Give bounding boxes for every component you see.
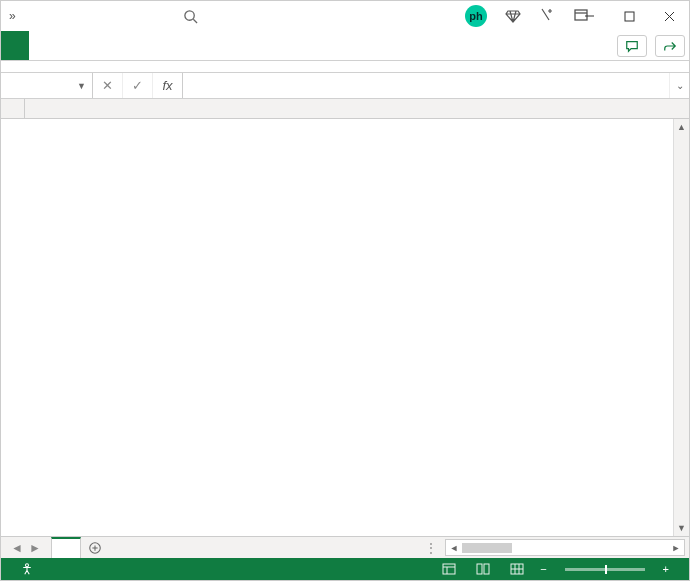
- svg-line-1: [193, 19, 197, 23]
- scroll-up-icon[interactable]: ▲: [674, 119, 689, 135]
- view-normal-icon[interactable]: [438, 561, 460, 577]
- scroll-right-icon[interactable]: ►: [668, 543, 684, 553]
- add-sheet-button[interactable]: [81, 537, 109, 558]
- name-box-dropdown-icon[interactable]: ▼: [77, 81, 86, 91]
- view-page-layout-icon[interactable]: [472, 561, 494, 577]
- fx-icon[interactable]: fx: [153, 73, 183, 98]
- grid-area: ▲ ▼: [1, 99, 689, 536]
- enter-formula-icon[interactable]: ✓: [123, 73, 153, 98]
- tab-view[interactable]: [185, 31, 211, 60]
- scroll-down-icon[interactable]: ▼: [674, 520, 689, 536]
- close-button[interactable]: [649, 1, 689, 31]
- view-page-break-icon[interactable]: [506, 561, 528, 577]
- accessibility-status[interactable]: [21, 563, 37, 575]
- sheet-nav-next-icon[interactable]: ►: [29, 541, 41, 555]
- share-button[interactable]: [655, 35, 685, 57]
- quick-access-more-icon[interactable]: »: [9, 9, 16, 23]
- tab-review[interactable]: [159, 31, 185, 60]
- svg-point-0: [184, 10, 193, 19]
- formula-input[interactable]: [183, 73, 669, 98]
- status-bar: − +: [1, 558, 689, 580]
- horizontal-scrollbar[interactable]: ◄ ►: [445, 539, 685, 556]
- tab-home[interactable]: [29, 31, 55, 60]
- ribbon-tabs: [1, 31, 689, 61]
- sheet-tab-active[interactable]: [51, 537, 81, 558]
- sheet-nav[interactable]: ◄ ►: [1, 537, 51, 558]
- tab-page-layout[interactable]: [81, 31, 107, 60]
- cells-area[interactable]: [1, 119, 689, 536]
- formula-bar-row: ▼ ✕ ✓ fx ⌄: [1, 73, 689, 99]
- sheet-nav-prev-icon[interactable]: ◄: [11, 541, 23, 555]
- maximize-button[interactable]: [609, 1, 649, 31]
- svg-point-11: [26, 564, 29, 567]
- scroll-split-icon[interactable]: ⋮: [421, 537, 441, 558]
- comments-button[interactable]: [617, 35, 647, 57]
- tab-file[interactable]: [1, 31, 29, 60]
- title-bar: » ph: [1, 1, 689, 31]
- vertical-scrollbar[interactable]: ▲ ▼: [673, 119, 689, 536]
- account-avatar[interactable]: ph: [465, 5, 487, 27]
- zoom-out-icon[interactable]: −: [540, 563, 546, 575]
- diamond-icon[interactable]: [505, 7, 521, 26]
- cancel-formula-icon[interactable]: ✕: [93, 73, 123, 98]
- ribbon-collapsed-body: [1, 61, 689, 73]
- minimize-button[interactable]: [569, 1, 609, 31]
- search-icon[interactable]: [181, 7, 199, 25]
- svg-rect-5: [625, 12, 634, 21]
- tab-formulas[interactable]: [107, 31, 133, 60]
- name-box[interactable]: ▼: [1, 73, 93, 98]
- ai-sparkle-icon[interactable]: [539, 7, 555, 26]
- scroll-left-icon[interactable]: ◄: [446, 543, 462, 553]
- svg-rect-15: [477, 564, 482, 574]
- scroll-thumb[interactable]: [462, 543, 512, 553]
- tab-data[interactable]: [133, 31, 159, 60]
- tab-insert[interactable]: [55, 31, 81, 60]
- svg-rect-12: [443, 564, 455, 574]
- zoom-slider[interactable]: [565, 568, 645, 571]
- svg-rect-16: [484, 564, 489, 574]
- zoom-in-icon[interactable]: +: [663, 563, 669, 575]
- formula-expand-icon[interactable]: ⌄: [669, 73, 689, 98]
- select-all-corner[interactable]: [1, 99, 25, 118]
- tab-help[interactable]: [211, 31, 237, 60]
- sheet-tab-row: ◄ ► ⋮ ◄ ►: [1, 536, 689, 558]
- column-headers: [1, 99, 689, 119]
